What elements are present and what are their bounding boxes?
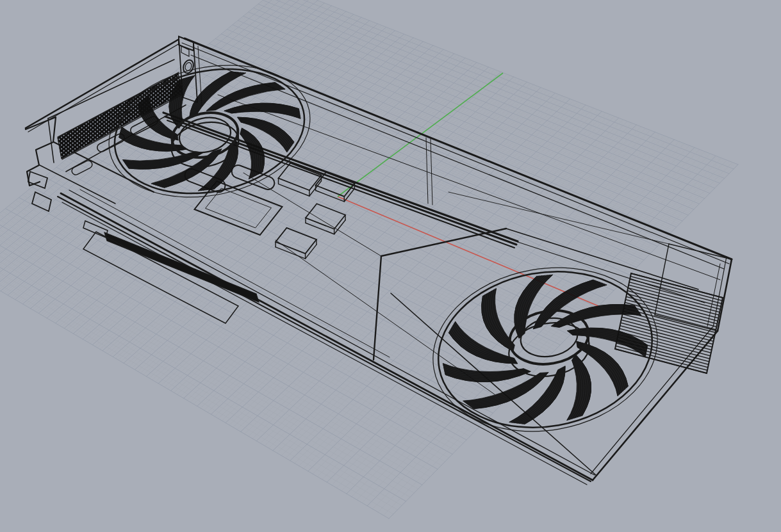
cad-viewport[interactable] [0, 0, 781, 532]
viewport-canvas [0, 0, 781, 532]
